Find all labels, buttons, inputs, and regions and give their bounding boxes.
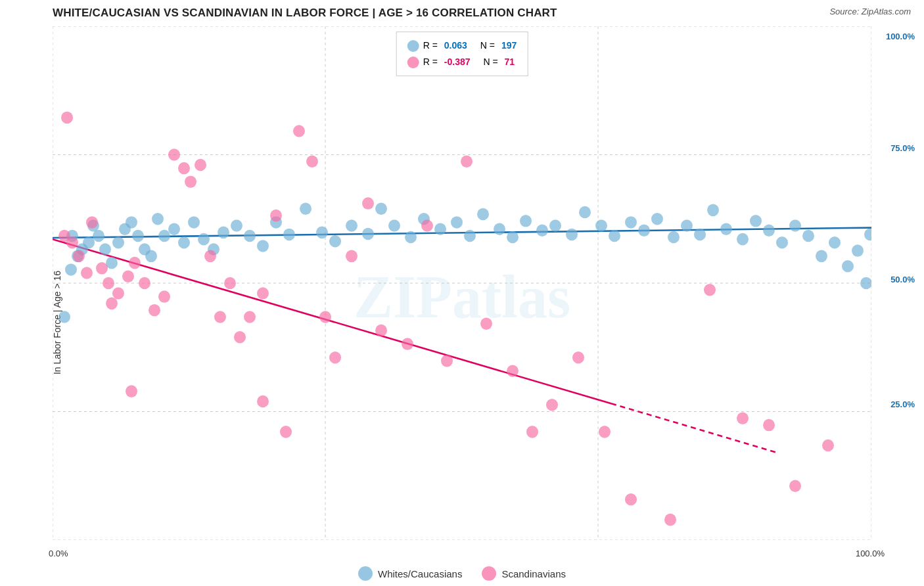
- svg-point-52: [507, 231, 519, 244]
- svg-point-120: [526, 426, 538, 438]
- svg-point-44: [388, 219, 400, 232]
- legend-row-pink: R = -0.387 N = 71: [407, 54, 517, 70]
- svg-point-124: [625, 493, 637, 506]
- pink-regression-dashed: [611, 403, 775, 452]
- pink-r-value: -0.387: [444, 54, 471, 70]
- y-tick-100: 100.0%: [886, 32, 915, 41]
- watermark-text: ZIPatlas: [354, 263, 570, 330]
- y-tick-50: 50.0%: [890, 275, 915, 284]
- pink-n-value: 71: [505, 54, 515, 70]
- svg-point-28: [178, 237, 190, 249]
- svg-point-122: [572, 351, 584, 364]
- svg-point-42: [362, 228, 374, 240]
- svg-point-32: [218, 227, 229, 239]
- svg-point-93: [149, 304, 160, 317]
- svg-point-81: [66, 237, 78, 249]
- svg-point-99: [204, 250, 216, 263]
- svg-point-91: [129, 257, 141, 269]
- svg-point-87: [103, 277, 114, 290]
- svg-point-34: [244, 230, 256, 242]
- svg-point-109: [319, 311, 331, 323]
- svg-point-66: [707, 204, 719, 217]
- svg-point-132: [126, 385, 137, 397]
- svg-point-64: [681, 219, 693, 232]
- bottom-legend: Whites/Caucasians Scandinavians: [358, 566, 566, 581]
- svg-point-129: [822, 440, 834, 452]
- svg-point-130: [664, 514, 676, 526]
- x-tick-0: 0.0%: [49, 549, 68, 558]
- svg-point-33: [231, 219, 243, 232]
- svg-point-94: [158, 290, 170, 303]
- svg-point-21: [126, 216, 137, 229]
- svg-point-35: [257, 240, 269, 252]
- svg-point-95: [168, 148, 180, 161]
- svg-point-70: [763, 224, 775, 237]
- svg-point-121: [546, 399, 558, 411]
- svg-point-82: [73, 250, 85, 263]
- blue-r-value: 0.063: [444, 37, 467, 54]
- pink-legend-label: Scandinavians: [501, 568, 566, 579]
- chart-container: WHITE/CAUCASIAN VS SCANDINAVIAN IN LABOR…: [0, 0, 924, 586]
- svg-point-56: [566, 229, 578, 241]
- svg-point-104: [257, 287, 269, 300]
- svg-point-65: [694, 229, 706, 241]
- svg-point-96: [178, 162, 190, 175]
- legend-box: R = 0.063 N = 197 R = -0.387 N = 71: [396, 32, 528, 76]
- svg-point-73: [802, 230, 814, 242]
- svg-point-37: [283, 229, 295, 241]
- svg-point-83: [81, 267, 93, 279]
- svg-point-100: [214, 311, 226, 323]
- svg-point-127: [763, 419, 775, 432]
- svg-point-53: [520, 215, 532, 227]
- svg-point-71: [776, 237, 788, 249]
- svg-point-123: [599, 426, 611, 438]
- svg-point-19: [112, 237, 124, 249]
- svg-point-43: [375, 203, 387, 215]
- svg-point-102: [234, 331, 246, 344]
- legend-item-pink: Scandinavians: [482, 566, 566, 581]
- svg-point-24: [145, 250, 157, 263]
- svg-point-26: [158, 230, 170, 242]
- svg-point-118: [480, 317, 492, 330]
- svg-point-97: [185, 175, 196, 188]
- svg-point-16: [93, 230, 104, 242]
- svg-point-86: [96, 262, 108, 275]
- legend-item-blue: Whites/Caucasians: [358, 566, 462, 581]
- svg-point-29: [188, 216, 200, 229]
- blue-legend-label: Whites/Caucasians: [378, 568, 462, 579]
- svg-point-75: [829, 237, 841, 249]
- svg-point-9: [58, 311, 70, 323]
- pink-n-label: N =: [484, 54, 501, 70]
- svg-point-131: [257, 395, 269, 408]
- pink-r-label: R =: [423, 54, 440, 70]
- svg-point-112: [362, 197, 374, 210]
- blue-bottom-swatch: [358, 566, 373, 581]
- svg-point-14: [83, 237, 95, 249]
- svg-point-58: [595, 219, 607, 232]
- pink-bottom-swatch: [482, 566, 496, 581]
- svg-point-57: [579, 206, 591, 219]
- svg-point-72: [789, 219, 801, 232]
- chart-title: WHITE/CAUCASIAN VS SCANDINAVIAN IN LABOR…: [53, 7, 911, 20]
- svg-point-49: [464, 230, 476, 242]
- svg-point-67: [720, 223, 732, 235]
- pink-swatch: [407, 56, 419, 68]
- svg-point-125: [704, 284, 716, 296]
- x-tick-100: 100.0%: [856, 549, 885, 558]
- svg-point-38: [300, 203, 312, 215]
- svg-point-41: [346, 219, 358, 232]
- svg-point-62: [651, 213, 663, 225]
- svg-point-25: [152, 213, 164, 225]
- svg-point-55: [549, 219, 561, 232]
- svg-point-51: [494, 223, 505, 235]
- svg-point-63: [668, 231, 680, 244]
- svg-point-45: [405, 231, 417, 244]
- svg-point-106: [280, 426, 292, 438]
- svg-point-50: [477, 208, 489, 221]
- svg-point-68: [737, 233, 749, 246]
- svg-point-108: [306, 156, 318, 168]
- svg-point-60: [625, 216, 637, 229]
- svg-point-85: [61, 112, 73, 124]
- svg-point-107: [293, 125, 305, 137]
- svg-point-89: [112, 287, 124, 300]
